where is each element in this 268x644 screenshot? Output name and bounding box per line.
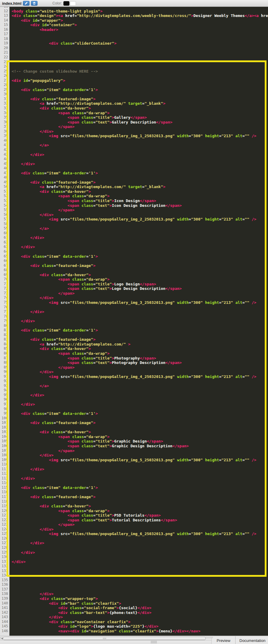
delete-button[interactable] (31, 1, 38, 6)
code-line[interactable]: <div class="featured-image"> (10, 97, 268, 101)
code-line[interactable]: <div class="sliderContainer"> (10, 41, 268, 46)
code-line[interactable]: </div> (10, 467, 268, 472)
code-line[interactable] (10, 314, 268, 319)
code-line[interactable]: <div class="item" data-order='1'> (10, 87, 268, 92)
code-line[interactable] (10, 416, 268, 421)
code-line[interactable] (10, 37, 268, 41)
code-line[interactable] (10, 305, 268, 310)
preview-button[interactable]: Preview (212, 636, 235, 644)
code-line[interactable]: <div class="item" data-order='1'> (10, 485, 268, 490)
code-line[interactable] (10, 379, 268, 384)
code-line[interactable]: </span> (10, 208, 268, 212)
color-swatch-black[interactable] (63, 1, 69, 6)
code-line[interactable]: </div> (10, 402, 268, 407)
code-line[interactable]: </div> (10, 476, 268, 481)
code-line[interactable]: <div class="item" data-order='1'> (10, 411, 268, 416)
code-line[interactable]: <span class="da-wrap"> (10, 509, 268, 513)
code-line[interactable] (10, 92, 268, 97)
code-line[interactable]: </div> (10, 453, 268, 458)
scrollbar-thumb[interactable] (3, 637, 206, 640)
code-line[interactable]: <span class="text">Graphic Design Descri… (10, 444, 268, 448)
code-line[interactable]: <img src="files/theme/popupGallery_img_3… (10, 300, 268, 305)
code-line[interactable]: <a href="http://divtagtemplates.com/" ta… (10, 101, 268, 106)
code-line[interactable] (10, 536, 268, 541)
code-line[interactable]: <div class="da-hover"> (10, 273, 268, 277)
code-line[interactable]: <div class="featured-image"> (10, 421, 268, 425)
code-line[interactable] (10, 231, 268, 236)
code-line[interactable]: <span class="da-wrap"> (10, 351, 268, 356)
code-line[interactable]: </div> (10, 370, 268, 374)
code-line[interactable]: <span class="da-wrap"> (10, 277, 268, 282)
code-line[interactable]: </div> (10, 235, 268, 240)
code-line[interactable]: <div class="navContainer clearfix"> (10, 620, 268, 624)
code-line[interactable]: <div class="wrapper-top"> (10, 596, 268, 601)
code-line[interactable] (10, 555, 268, 559)
code-line[interactable]: </div> (10, 319, 268, 323)
code-line[interactable] (10, 333, 268, 337)
code-line[interactable]: <span class="title">Icon Design</span> (10, 198, 268, 203)
code-line[interactable] (10, 397, 268, 402)
code-line[interactable]: <div class="design"><a href="http://divt… (10, 13, 268, 18)
code-line[interactable] (10, 60, 268, 65)
code-line[interactable] (10, 222, 268, 226)
code-line[interactable]: <div class="featured-image"> (10, 495, 268, 499)
code-line[interactable]: <a href="http://divtagtemplates.com/" > (10, 342, 268, 347)
code-line[interactable] (10, 50, 268, 55)
code-line[interactable] (10, 582, 268, 587)
code-line[interactable] (10, 481, 268, 485)
documentation-button[interactable]: Documentation (235, 636, 268, 644)
code-line[interactable]: </div> (10, 296, 268, 300)
code-line[interactable] (10, 64, 268, 69)
code-line[interactable] (10, 573, 268, 578)
code-line[interactable] (10, 569, 268, 573)
code-line[interactable] (10, 564, 268, 569)
code-line[interactable]: </div> (10, 152, 268, 157)
code-line[interactable] (10, 499, 268, 504)
code-line[interactable]: </div> (10, 162, 268, 166)
code-line[interactable] (10, 166, 268, 171)
code-line[interactable]: <div class="item" data-order='1'> (10, 171, 268, 176)
code-line[interactable] (10, 578, 268, 583)
code-line[interactable]: </div> (10, 550, 268, 555)
code-line[interactable]: </span> (10, 448, 268, 453)
code-line[interactable]: <span class="da-wrap"> (10, 194, 268, 198)
code-line[interactable]: <span class="title">Graphic Design</span… (10, 439, 268, 444)
code-line[interactable]: <img src="files/theme/popupGallery_img_4… (10, 374, 268, 379)
code-line[interactable] (10, 32, 268, 37)
code-line[interactable]: </div> (10, 592, 268, 596)
code-line[interactable]: <div class="da-hover"> (10, 430, 268, 434)
code-line[interactable]: </span> (10, 291, 268, 296)
code-line[interactable]: <div class="da-hover"> (10, 106, 268, 111)
code-line[interactable] (10, 175, 268, 180)
code-line[interactable]: </a> (10, 226, 268, 231)
code-line[interactable] (10, 323, 268, 328)
code-line[interactable]: <div class="featured-image"> (10, 180, 268, 185)
code-line[interactable] (10, 587, 268, 592)
code-line[interactable]: </div> (10, 559, 268, 564)
code-line[interactable]: <nav><div id="navigation" class="clearfi… (10, 629, 268, 634)
code-line[interactable]: <img src="files/theme/popupGallery_img_5… (10, 458, 268, 462)
color-swatch-white[interactable] (70, 1, 76, 6)
code-line[interactable] (10, 55, 268, 60)
code-line[interactable]: <span class="text">Photography Descripti… (10, 360, 268, 365)
code-line[interactable]: </div> (10, 541, 268, 545)
code-line[interactable] (10, 157, 268, 162)
code-line[interactable] (10, 259, 268, 263)
code-line[interactable] (10, 388, 268, 393)
code-line[interactable]: <span class="text">Icon Design Descripti… (10, 203, 268, 208)
code-line[interactable]: </span> (10, 522, 268, 527)
code-line[interactable] (10, 46, 268, 51)
code-line[interactable] (10, 425, 268, 430)
code-line[interactable]: <img src="files/theme/popupGallery_img_1… (10, 134, 268, 138)
code-line[interactable]: <div class="da-hover"> (10, 189, 268, 194)
code-line[interactable]: <header> (10, 27, 268, 32)
code-line[interactable]: <div id="container"> (10, 23, 268, 27)
code-line[interactable]: <span class="da-wrap"> (10, 111, 268, 115)
code-line[interactable] (10, 490, 268, 495)
code-line[interactable]: </div> (10, 615, 268, 620)
code-line[interactable]: </div> (10, 393, 268, 398)
code-line[interactable] (10, 138, 268, 143)
code-line[interactable]: <div class="featured-image"> (10, 263, 268, 268)
code-line[interactable]: <span class="text">Tutorial Descriptions… (10, 518, 268, 523)
code-line[interactable] (10, 240, 268, 245)
